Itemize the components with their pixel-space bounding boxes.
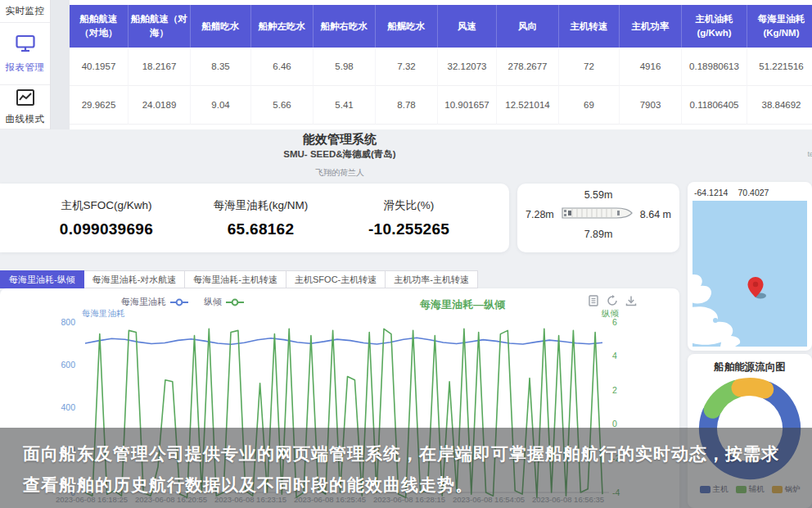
download-icon[interactable]: [625, 295, 637, 310]
table-row[interactable]: 29.962524.01899.045.665.418.7810.9016571…: [70, 86, 812, 125]
page-title: 能效管理系统: [0, 132, 679, 147]
map-view[interactable]: [692, 201, 807, 347]
table-header-cell: 主机油耗(g/Kwh): [682, 5, 747, 48]
map-card: -64.1214 70.4027: [688, 182, 812, 351]
draft-left-value: 7.28m: [526, 209, 554, 220]
draft-card: 5.59m 7.28m 8.64 m 7.89m: [517, 184, 679, 252]
table-cell: 40.1957: [70, 48, 129, 86]
legend-line-marker-icon: [169, 298, 189, 306]
left-axis-tick: 600: [61, 360, 75, 370]
data-view-icon[interactable]: [588, 295, 599, 310]
donut-segment-锅炉[interactable]: [741, 387, 765, 389]
legend-line-marker-icon: [225, 298, 245, 306]
sidebar-item-label: 报表管理: [6, 61, 45, 74]
table-header-cell: 每海里油耗(Kg/NM): [747, 5, 812, 48]
sidebar-item-realtime-monitor[interactable]: 实时监控: [0, 0, 50, 23]
right-axis-tick: 6: [612, 317, 617, 327]
kpi-stats-card: 主机SFOC(g/Kwh)0.099039696每海里油耗(kg/NM)65.6…: [0, 184, 509, 252]
sidebar-item-curve-mode[interactable]: 曲线模式: [0, 85, 50, 129]
right-axis-tick: 2: [612, 385, 617, 395]
kpi-label: 滑失比(%): [368, 198, 449, 213]
table-cell: 0.18980613: [682, 48, 747, 86]
red-location-pin-icon[interactable]: [747, 276, 768, 301]
table-cell: 278.2677: [497, 48, 559, 86]
table-cell: 72: [559, 48, 620, 86]
table-cell: 7903: [620, 86, 682, 125]
legend-label: 每海里油耗: [121, 296, 166, 308]
kpi-label: 主机SFOC(g/Kwh): [60, 198, 153, 213]
table-cell: 5.41: [314, 86, 376, 125]
table-cell: 8.78: [376, 86, 438, 125]
table-header-cell: 船艏吃水: [191, 5, 251, 48]
overlay-text: 面向船东及管理公司提供专业的网页端管理系统，在岸端即可掌握船舶航行的实时动态，按…: [23, 438, 789, 501]
marketing-overlay-banner: 面向船东及管理公司提供专业的网页端管理系统，在岸端即可掌握船舶航行的实时动态，按…: [0, 428, 812, 508]
table-cell: 6.46: [251, 48, 314, 86]
legend-label: 纵倾: [204, 296, 222, 308]
table-header-cell: 风向: [497, 5, 559, 48]
tab-每海里油耗-对水航速[interactable]: 每海里油耗-对水航速: [84, 270, 186, 288]
table-cell: 10.901657: [438, 86, 497, 125]
energy-management-dashboard: 实时监控 报表管理 曲线模式 船舶航速（对地）船舶航速（对海）船艏吃水船舯左吃水…: [0, 0, 812, 508]
draft-top-value: 5.59m: [526, 189, 671, 201]
table-cell: 9.04: [191, 86, 251, 125]
tab-每海里油耗-纵倾[interactable]: 每海里油耗-纵倾: [0, 270, 84, 288]
table-cell: 12.521014: [497, 86, 559, 125]
kpi-stat: 滑失比(%)-10.255265: [368, 198, 449, 238]
table-cell: 5.98: [314, 48, 376, 86]
legend-item[interactable]: 纵倾: [204, 296, 245, 308]
map-coordinates: -64.1214 70.4027: [692, 186, 807, 201]
table-cell: 4916: [620, 48, 682, 86]
tab-每海里油耗-主机转速[interactable]: 每海里油耗-主机转速: [185, 270, 286, 288]
monitor-screen-icon: [15, 34, 36, 57]
table-header-cell: 船舶航速（对地）: [70, 5, 129, 48]
table-row[interactable]: 40.195718.21678.356.465.987.3232.1207327…: [70, 48, 812, 86]
draft-right-value: 8.64 m: [640, 209, 671, 220]
table-header-cell: 主机功率: [620, 5, 682, 48]
table-cell: 5.66: [251, 86, 314, 125]
left-axis-tick: 400: [61, 402, 75, 412]
curve-chart-icon: [16, 88, 35, 110]
draft-bottom-value: 7.89m: [526, 229, 671, 240]
series-line-每海里油耗: [85, 338, 602, 344]
kpi-stat: 每海里油耗(kg/NM)65.68162: [214, 198, 309, 238]
table-header-cell: 主机转速: [559, 5, 620, 48]
kpi-value: 0.099039696: [60, 220, 153, 238]
table-cell: 18.2167: [129, 48, 191, 86]
chart-tabs: 每海里油耗-纵倾每海里油耗-对水航速每海里油耗-主机转速主机SFOC-主机转速主…: [0, 270, 478, 288]
chart-title: 每海里油耗—纵倾: [344, 297, 581, 312]
table-header-cell: 船艉吃水: [376, 5, 438, 48]
table-header-cell: 船舯右吃水: [314, 5, 376, 48]
table-header-cell: 风速: [438, 5, 497, 48]
sidebar: 实时监控 报表管理 曲线模式: [0, 0, 51, 129]
kpi-label: 每海里油耗(kg/NM): [214, 198, 309, 213]
table-cell: 29.9625: [70, 86, 129, 125]
table-cell: 38.84692: [747, 86, 812, 125]
table-header-cell: 船舯左吃水: [251, 5, 314, 48]
right-axis-tick: 4: [612, 351, 617, 361]
table-cell: 8.35: [191, 48, 251, 86]
table-cell: 69: [559, 86, 620, 125]
sidebar-item-label: 曲线模式: [6, 113, 45, 125]
table-header-row: 船舶航速（对地）船舶航速（对海）船艏吃水船舯左吃水船舯右吃水船艉吃水风速风向主机…: [70, 5, 812, 48]
voyage-data-table: 船舶航速（对地）船舶航速（对海）船艏吃水船舯左吃水船舯右吃水船艉吃水风速风向主机…: [70, 5, 812, 125]
table-cell: 51.221516: [747, 48, 812, 86]
tab-主机SFOC-主机转速[interactable]: 主机SFOC-主机转速: [286, 270, 386, 288]
sidebar-item-report-management[interactable]: 报表管理: [0, 23, 50, 85]
sidebar-item-label: 实时监控: [6, 5, 45, 17]
longitude-value: -64.1214: [694, 188, 728, 197]
table-cell: 0.11806405: [682, 86, 747, 125]
energy-flow-title: 船舶能源流向图: [688, 361, 812, 374]
kpi-stat: 主机SFOC(g/Kwh)0.099039696: [60, 198, 153, 238]
ship-name: 飞翔的荷兰人: [0, 167, 679, 179]
table-cell: 24.0189: [129, 86, 191, 125]
left-axis-tick: 800: [61, 317, 75, 327]
map-landmass: [692, 201, 807, 347]
table-body: 40.195718.21678.356.465.987.3232.1207327…: [70, 48, 812, 125]
tab-主机功率-主机转速[interactable]: 主机功率-主机转速: [386, 270, 478, 288]
page-subtitle: SMU- SEED&海德威(青岛): [0, 148, 679, 161]
kpi-value: -10.255265: [368, 220, 449, 238]
kpi-value: 65.68162: [214, 220, 309, 238]
legend-item[interactable]: 每海里油耗: [121, 296, 189, 308]
table-cell: 32.12073: [438, 48, 497, 86]
table-cell: 7.32: [376, 48, 438, 86]
